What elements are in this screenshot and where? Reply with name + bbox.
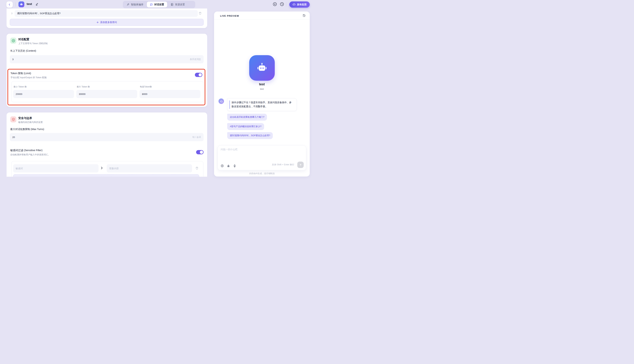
tab-label: 智能体编排 [131,3,143,6]
suggestion-chip[interactable]: A型号产品的螺丝扭矩要打多少? [227,123,264,130]
max-token-label: 最大 Token 数 [77,85,90,88]
section-title: 对话配置 [18,38,29,41]
add-filter-rule-button[interactable]: 添加过滤规则 [13,174,199,177]
token-limit-subtitle: 手动分配 Input/Output 的 Token 配额 [11,76,47,79]
section-subtitle: 敏感内容拦截与风控设置 [18,121,43,124]
sensitive-filter-toggle[interactable] [196,150,204,154]
per-msg-token-label: 每条Token数 [140,85,152,88]
token-limit-highlight: Token 限制 (Limit) 手动分配 Input/Output 的 Tok… [8,69,205,105]
max-turns-field: 轮 / 会话 [10,133,204,141]
delete-question-icon[interactable] [199,12,202,15]
settings-scroll-area[interactable]: 3 添加更多推荐问 对话配置 上下文管理与 Token 消耗控制 长上下文历史 … [7,8,207,177]
max-token-field [76,90,137,98]
shield-icon [10,116,16,122]
section-subtitle: 上下文管理与 Token 消耗控制 [18,42,48,45]
max-token-input[interactable] [76,90,137,98]
preview-divider [214,19,310,20]
ai-disclaimer: 内容由AI生成，请仔细甄别 [214,172,310,175]
welcome-message: 操作步骤记不住？我是车间助手。直接问我设备操作、参数设置或装配要点，不用翻手册。 [227,98,297,111]
attach-plus-icon[interactable] [221,164,224,168]
question-row-index: 3 [11,12,13,15]
plus-icon [96,21,99,24]
filter-subtitle: 自动检测并替换用户输入中的违禁词汇。 [10,153,50,156]
min-token-input[interactable] [13,90,74,98]
assistant-avatar [219,98,224,104]
suggestion-chip[interactable]: 这台机器开机前要检查哪几个阀门? [227,114,267,120]
tab-label: 对话设置 [154,3,164,6]
suggestion-chip[interactable]: 遇到'报警代码05'时，SOP里说怎么处理? [227,132,273,139]
server-icon [171,3,174,6]
publish-app-button[interactable]: 发布应用 [289,2,310,8]
suggested-question-input[interactable] [15,10,198,17]
toggle-knob [199,73,202,76]
token-fields-panel: 最小 Token 数 最大 Token 数 每条Token数 [11,81,203,102]
token-limit-toggle[interactable] [195,73,202,77]
run-preview-icon[interactable] [272,2,277,6]
question-row [15,10,198,17]
sensitive-word-input[interactable] [13,164,99,172]
tab-dialog-settings[interactable]: 对话设置 [147,2,167,8]
dialog-config-card: 对话配置 上下文管理与 Token 消耗控制 长上下文历史 (Context) … [7,34,207,107]
toggle-knob [200,150,203,154]
chat-input-card: 支持 Shift + Enter 换行 [218,146,306,170]
bot-description: test [214,88,310,90]
delete-rule-icon[interactable] [195,166,198,170]
preview-title: LIVE PREVIEW [220,14,239,17]
min-token-label: 最小 Token 数 [14,85,27,88]
tab-label: 资源设置 [175,3,185,6]
per-msg-token-input[interactable] [140,90,200,98]
section-title: 安全与边界 [18,116,32,120]
agent-avatar-icon [19,2,24,7]
replacement-field [107,164,192,172]
add-rule-label: 添加过滤规则 [101,176,115,177]
history-icon[interactable] [302,14,306,17]
bot-name: test [214,82,310,86]
safety-card: 安全与边界 敏感内容拦截与风控设置 最大对话轮数限制 (Max Turns) 轮… [7,112,207,177]
bot-avatar [249,55,275,81]
view-tabs: 智能体编排 对话设置 资源设置 [123,1,195,8]
filter-rules-panel: 添加过滤规则 [11,161,203,177]
token-limit-title: Token 限制 (Limit) [11,72,31,75]
max-turns-input[interactable] [10,133,204,141]
gear-icon [10,38,16,44]
workflow-icon [127,3,130,6]
history-clock-icon[interactable] [280,2,284,6]
filter-title: 敏感词过滤 (Sensitive Filter) [10,149,43,152]
live-preview-panel: LIVE PREVIEW test test 操作步骤记不住？我是车间助手。直接… [214,12,310,176]
chat-message-input[interactable] [221,148,302,161]
add-more-questions-button[interactable]: 添加更多推荐问 [10,19,204,26]
chevron-left-icon [8,3,11,6]
page-title: test [27,2,32,6]
suggested-questions-card: 3 添加更多推荐问 [7,8,207,28]
add-more-label: 添加更多推荐问 [100,21,117,24]
context-label: 长上下文历史 (Context) [10,49,36,52]
max-turns-label: 最大对话轮数限制 (Max Turns) [10,128,44,131]
header-divider [286,2,286,6]
cloud-upload-icon [293,3,296,6]
chat-toolbar [221,164,236,168]
clear-broom-icon[interactable] [227,164,230,168]
context-field: 条历史消息 [10,55,204,63]
replacement-input[interactable] [107,164,192,172]
per-msg-token-field [140,90,200,98]
chevron-right-icon [100,166,104,170]
back-button[interactable] [7,2,13,8]
publish-label: 发布应用 [297,3,307,6]
enter-hint: 支持 Shift + Enter 换行 [272,163,294,166]
edit-title-icon[interactable] [36,3,39,6]
send-button[interactable] [297,162,304,168]
chat-bubble-icon [150,3,153,6]
tab-resource-settings[interactable]: 资源设置 [168,2,188,8]
min-token-field [13,90,74,98]
tab-agent-orchestration[interactable]: 智能体编排 [124,2,146,8]
sensitive-word-field [13,164,99,172]
microphone-icon[interactable] [233,164,236,168]
context-input[interactable] [10,55,204,63]
